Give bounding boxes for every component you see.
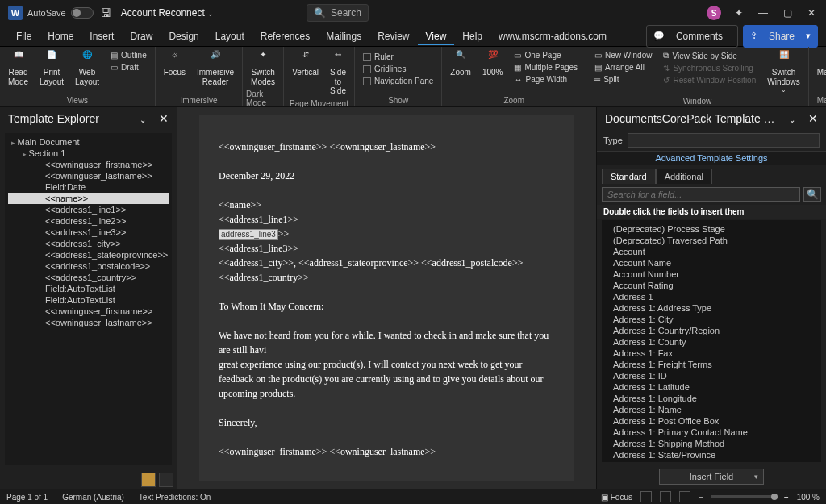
field-list-item[interactable]: Account Number [605,269,818,280]
gridlines-checkbox[interactable]: Gridlines [361,64,435,74]
save-icon[interactable]: 🖫 [100,6,111,19]
close-button[interactable]: ✕ [805,7,818,19]
immersive-reader-button[interactable]: 🔊Immersive Reader [192,48,239,88]
template-tree[interactable]: Main Document Section 1 <<owninguser_fir… [5,133,172,465]
autosave-toggle[interactable]: AutoSave [27,7,94,19]
focus-button[interactable]: ☼Focus [159,48,190,79]
field-list-item[interactable]: (Deprecated) Process Stage [605,223,818,235]
field-list-item[interactable]: Address 1: Shipping Method [605,438,818,449]
macros-button[interactable]: ▶Macros⌄ [812,48,826,86]
tree-item[interactable]: <<address1_stateorprovince>> [8,249,169,260]
ruler-checkbox[interactable]: Ruler [361,52,435,62]
zoom-out-button[interactable]: − [699,493,703,502]
tree-item[interactable]: <<address1_line3>> [8,227,169,238]
tree-item[interactable]: <<address1_country>> [8,272,169,283]
view-mode-icon-2[interactable] [660,491,671,502]
comments-button[interactable]: 💬 Comments [646,25,738,48]
arrange-all-button[interactable]: ▤ Arrange All [593,62,653,73]
tree-item[interactable]: <<owninguser_firstname>> [8,306,169,317]
field-list-item[interactable]: Address 1: Primary Contact Name [605,427,818,438]
tab-additional[interactable]: Additional [656,169,712,184]
tree-item[interactable]: <<address1_line2>> [8,215,169,227]
toggle-off-icon[interactable] [71,7,94,19]
field-list-item[interactable]: Address 1: Country/Region [605,325,818,336]
minimize-button[interactable]: — [757,7,770,19]
zoom-slider[interactable] [711,495,776,498]
footer-icon-2[interactable] [159,473,173,487]
menu-home[interactable]: Home [40,27,81,45]
split-button[interactable]: ═ Split [593,74,653,85]
status-language[interactable]: German (Austria) [62,493,124,502]
tree-section[interactable]: Section 1 [8,148,169,159]
menu-file[interactable]: File [8,27,40,45]
menu-review[interactable]: Review [369,27,417,45]
field-list-item[interactable]: Address 1: Post Office Box [605,415,818,427]
field-list[interactable]: (Deprecated) Process Stage(Deprecated) T… [602,220,821,462]
menu-references[interactable]: References [252,27,318,45]
zoom-100-button[interactable]: 💯100% [478,48,508,79]
field-list-item[interactable]: Address 1 [605,291,818,302]
menu-mailings[interactable]: Mailings [318,27,369,45]
field-list-item[interactable]: Address 1: ID [605,370,818,381]
field-list-item[interactable]: Address 1: County [605,336,818,348]
side-to-side-button[interactable]: ⇿Side to Side [325,48,351,98]
search-box[interactable]: 🔍 Search [307,4,369,22]
type-dropdown[interactable] [628,133,820,148]
web-layout-button[interactable]: 🌐Web Layout [70,48,104,88]
zoom-in-button[interactable]: + [784,493,789,502]
switch-windows-button[interactable]: 🪟Switch Windows⌄ [762,48,805,95]
side-by-side-button[interactable]: ⧉ View Side by Side [661,50,757,61]
panel-close-icon[interactable]: ✕ [159,112,169,125]
tree-item[interactable]: Field:Date [8,181,169,193]
field-search-button[interactable]: 🔍 [803,187,821,202]
user-avatar[interactable]: S [707,6,721,20]
navpane-checkbox[interactable]: Navigation Pane [361,76,435,86]
footer-icon-1[interactable] [141,473,156,487]
field-list-item[interactable]: Address 1: Fax [605,348,818,359]
read-mode-button[interactable]: 📖Read Mode [3,48,33,88]
tree-item[interactable]: <<owninguser_firstname>> [8,159,169,170]
menu-addons-link[interactable]: www.mscrm-addons.com [490,27,615,45]
maximize-button[interactable]: ▢ [781,7,794,19]
multi-pages-button[interactable]: ▦ Multiple Pages [512,62,579,73]
menu-layout[interactable]: Layout [207,27,252,45]
field-list-item[interactable]: Address 1: Latitude [605,381,818,393]
outline-button[interactable]: ▤ Outline [109,50,148,60]
tree-item[interactable]: <<owninguser_lastname>> [8,317,169,328]
dcp-close-icon[interactable]: ✕ [808,112,818,125]
field-list-item[interactable]: Address 1: Longitude [605,393,818,404]
status-focus[interactable]: ▣ Focus [601,493,632,502]
menu-draw[interactable]: Draw [122,27,161,45]
field-list-item[interactable]: Account Rating [605,280,818,291]
field-list-item[interactable]: Address 1: State/Province [605,449,818,460]
insert-field-dropdown[interactable]: Insert Field [659,469,764,485]
dcp-collapse-icon[interactable]: ⌄ [789,115,795,124]
tree-item[interactable]: Field:AutoTextList [8,294,169,306]
sparkle-icon[interactable]: ✦ [732,7,745,19]
field-search-input[interactable] [602,187,800,202]
document-name[interactable]: Account Reconnect ⌄ [121,7,214,19]
zoom-button[interactable]: 🔍Zoom [445,48,476,79]
one-page-button[interactable]: ▭ One Page [512,50,579,60]
status-page[interactable]: Page 1 of 1 [6,493,48,502]
switch-modes-button[interactable]: ✦Switch Modes [246,48,280,88]
field-list-item[interactable]: Address 1: City [605,314,818,325]
tree-item-selected[interactable]: <<name>> [8,193,169,204]
field-list-item[interactable]: Address 1: Name [605,404,818,415]
document-page[interactable]: <<owninguser_firstname>> <<owninguser_la… [199,115,574,481]
new-window-button[interactable]: ▭ New Window [593,50,653,60]
tree-item[interactable]: <<owninguser_lastname>> [8,170,169,181]
zoom-level[interactable]: 100 % [797,493,820,502]
field-list-item[interactable]: Address 1: Street 1 [605,460,818,462]
field-list-item[interactable]: Address 1: Freight Terms [605,359,818,370]
view-mode-icon-1[interactable] [640,491,652,502]
tree-item[interactable]: Field:AutoTextList [8,283,169,294]
share-button[interactable]: ⇪ Share ▾ [743,25,818,48]
page-width-button[interactable]: ↔ Page Width [512,74,579,85]
field-list-item[interactable]: Address 1: Address Type [605,302,818,314]
tree-item[interactable]: <<address1_postalcode>> [8,260,169,272]
field-list-item[interactable]: Account [605,246,818,257]
view-mode-icon-3[interactable] [679,491,690,502]
document-canvas[interactable]: <<owninguser_firstname>> <<owninguser_la… [177,107,596,489]
tree-item[interactable]: <<address1_line1>> [8,204,169,215]
